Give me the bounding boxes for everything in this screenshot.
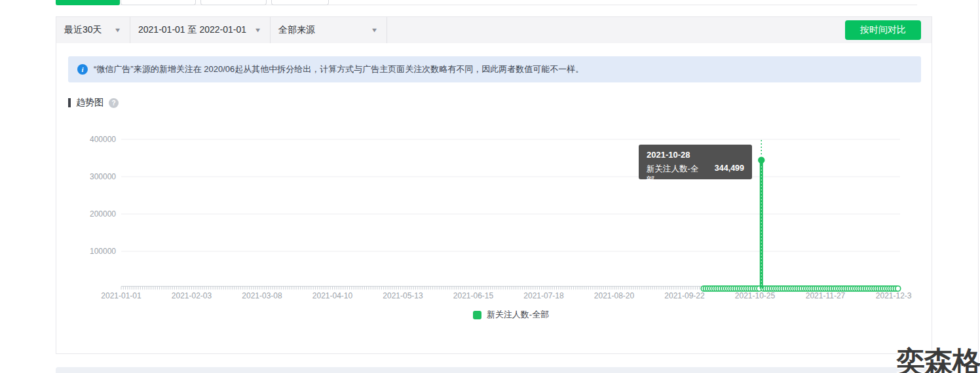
info-banner-text: “微信广告”来源的新增关注在 2020/06起从其他中拆分给出，计算方式与广告主… (94, 63, 584, 75)
chevron-down-icon: ▼ (254, 27, 262, 33)
help-icon[interactable]: ? (109, 98, 119, 108)
page-right-edge (978, 0, 979, 373)
chevron-down-icon: ▼ (114, 27, 122, 33)
trend-panel: 最近30天 ▼ 2021-01-01 至 2022-01-01 ▼ 全部来源 ▼… (56, 16, 932, 354)
filter-bar: 最近30天 ▼ 2021-01-01 至 2022-01-01 ▼ 全部来源 ▼… (56, 17, 932, 43)
next-panel-header (56, 367, 932, 373)
date-preset-value: 最近30天 (64, 24, 102, 36)
tab-3[interactable] (200, 0, 267, 5)
legend-label: 新关注人数-全部 (487, 309, 549, 321)
tooltip-series-label: 新关注人数-全部 (647, 164, 706, 186)
date-range-value: 2021-01-01 至 2022-01-01 (138, 24, 246, 36)
tooltip-date: 2021-10-28 (647, 150, 744, 160)
section-header: 趋势图 ? (68, 97, 932, 109)
section-title-bar (68, 98, 71, 107)
source-dropdown[interactable]: 全部来源 ▼ (271, 17, 386, 43)
tab-4[interactable] (271, 0, 329, 5)
compare-by-time-button[interactable]: 按时间对比 (845, 20, 921, 40)
section-title: 趋势图 (76, 97, 104, 109)
tab-2[interactable] (121, 0, 196, 5)
info-icon: i (77, 64, 88, 75)
tab-active[interactable] (56, 0, 120, 5)
filter-bar-spacer (387, 17, 845, 43)
tooltip-value: 344,499 (715, 164, 744, 186)
watermark: 奕森格 (896, 343, 980, 373)
date-preset-dropdown[interactable]: 最近30天 ▼ (56, 17, 130, 43)
legend-marker-icon (473, 311, 481, 319)
legend-item[interactable]: 新关注人数-全部 (121, 309, 901, 321)
chevron-down-icon: ▼ (371, 27, 379, 33)
info-banner: i “微信广告”来源的新增关注在 2020/06起从其他中拆分给出，计算方式与广… (68, 56, 921, 82)
source-value: 全部来源 (278, 24, 315, 36)
chart-tooltip: 2021-10-28 新关注人数-全部 344,499 (639, 145, 752, 179)
date-range-dropdown[interactable]: 2021-01-01 至 2022-01-01 ▼ (130, 17, 270, 43)
